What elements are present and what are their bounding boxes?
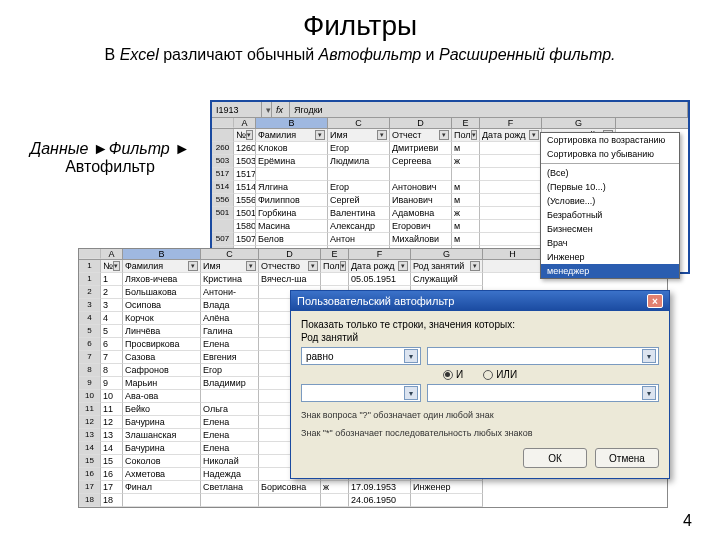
- cell[interactable]: [259, 494, 321, 507]
- col-header[interactable]: F: [349, 249, 411, 259]
- filter-header-cell[interactable]: Пол▾: [321, 260, 349, 273]
- cell[interactable]: Дмитриеви: [390, 142, 452, 155]
- filter-dropdown-icon[interactable]: ▾: [398, 261, 408, 271]
- col-header[interactable]: C: [328, 118, 390, 128]
- filter-dropdown-icon[interactable]: ▾: [439, 130, 449, 140]
- filter-header-cell[interactable]: Род занятий▾: [411, 260, 483, 273]
- filter-dropdown-icon[interactable]: ▾: [471, 130, 477, 140]
- fx-button[interactable]: fx: [272, 102, 290, 117]
- row-header[interactable]: 556: [212, 194, 234, 207]
- cell[interactable]: Иванович: [390, 194, 452, 207]
- cell[interactable]: Елена: [201, 442, 259, 455]
- cell[interactable]: 1507: [234, 233, 256, 246]
- cell[interactable]: 18: [101, 494, 123, 507]
- row-header[interactable]: 2: [79, 286, 101, 299]
- ok-button[interactable]: ОК: [523, 448, 587, 468]
- row-header[interactable]: 517: [212, 168, 234, 181]
- cell[interactable]: 1: [101, 273, 123, 286]
- row-header[interactable]: 17: [79, 481, 101, 494]
- cell[interactable]: [480, 207, 542, 220]
- chevron-down-icon[interactable]: ▾: [404, 386, 418, 400]
- filter-dropdown-icon[interactable]: ▾: [340, 261, 346, 271]
- cell[interactable]: Осипова: [123, 299, 201, 312]
- cell[interactable]: Ольга: [201, 403, 259, 416]
- chevron-down-icon[interactable]: ▾: [642, 386, 656, 400]
- row-header[interactable]: 501: [212, 207, 234, 220]
- menu-item[interactable]: Инженер: [541, 250, 679, 264]
- cell[interactable]: 1501: [234, 207, 256, 220]
- filter-dropdown-icon[interactable]: ▾: [246, 261, 256, 271]
- filter-dropdown-icon[interactable]: ▾: [529, 130, 539, 140]
- cell[interactable]: ж: [321, 481, 349, 494]
- filter-dropdown-icon[interactable]: ▾: [377, 130, 387, 140]
- row-header[interactable]: 507: [212, 233, 234, 246]
- col-header[interactable]: G: [411, 249, 483, 259]
- cell[interactable]: Валентина: [328, 207, 390, 220]
- cell[interactable]: м: [452, 194, 480, 207]
- cell[interactable]: Бачурина: [123, 416, 201, 429]
- col-header[interactable]: A: [234, 118, 256, 128]
- col-header[interactable]: D: [259, 249, 321, 259]
- cell[interactable]: 3: [101, 299, 123, 312]
- cell[interactable]: Елена: [201, 429, 259, 442]
- cell[interactable]: [452, 168, 480, 181]
- cell[interactable]: Борисовна: [259, 481, 321, 494]
- cell[interactable]: 6: [101, 338, 123, 351]
- row-header[interactable]: 3: [79, 299, 101, 312]
- cell[interactable]: м: [452, 220, 480, 233]
- cell[interactable]: Ахметова: [123, 468, 201, 481]
- cell[interactable]: Ялгина: [256, 181, 328, 194]
- row-header[interactable]: 16: [79, 468, 101, 481]
- cell[interactable]: Злашанская: [123, 429, 201, 442]
- name-box[interactable]: I1913: [212, 102, 262, 117]
- cell[interactable]: Владимир: [201, 377, 259, 390]
- cell[interactable]: Бачурина: [123, 442, 201, 455]
- col-header[interactable]: D: [390, 118, 452, 128]
- condition1-operator[interactable]: равно▾: [301, 347, 421, 365]
- row-header[interactable]: 11: [79, 403, 101, 416]
- col-header[interactable]: B: [256, 118, 328, 128]
- cell[interactable]: Соколов: [123, 455, 201, 468]
- filter-header-cell[interactable]: Пол▾: [452, 129, 480, 142]
- cell[interactable]: Елена: [201, 416, 259, 429]
- filter-header-cell[interactable]: Дата рожд▾: [349, 260, 411, 273]
- cell[interactable]: [480, 155, 542, 168]
- cell[interactable]: 7: [101, 351, 123, 364]
- cell[interactable]: 05.05.1951: [349, 273, 411, 286]
- row-header[interactable]: 18: [79, 494, 101, 507]
- cell[interactable]: Антони-: [201, 286, 259, 299]
- cell[interactable]: Финал: [123, 481, 201, 494]
- cell[interactable]: [321, 273, 349, 286]
- radio-or[interactable]: ИЛИ: [483, 369, 517, 380]
- row-header[interactable]: 1: [79, 273, 101, 286]
- filter-header-cell[interactable]: Отчест▾: [390, 129, 452, 142]
- row-header[interactable]: 14: [79, 442, 101, 455]
- cell[interactable]: Масина: [256, 220, 328, 233]
- cell[interactable]: 9: [101, 377, 123, 390]
- cell[interactable]: Адамовна: [390, 207, 452, 220]
- col-header[interactable]: B: [123, 249, 201, 259]
- filter-header-cell[interactable]: [483, 260, 543, 273]
- cell[interactable]: 13: [101, 429, 123, 442]
- row-header[interactable]: [212, 220, 234, 233]
- cell[interactable]: [480, 233, 542, 246]
- row-header[interactable]: 514: [212, 181, 234, 194]
- menu-item[interactable]: Врач: [541, 236, 679, 250]
- cell[interactable]: 1556: [234, 194, 256, 207]
- cell[interactable]: м: [452, 142, 480, 155]
- cell[interactable]: [411, 494, 483, 507]
- condition1-value[interactable]: ▾: [427, 347, 659, 365]
- col-header[interactable]: E: [321, 249, 349, 259]
- menu-all[interactable]: (Все): [541, 166, 679, 180]
- filter-header-cell[interactable]: Отчество▾: [259, 260, 321, 273]
- row-header[interactable]: 13: [79, 429, 101, 442]
- cell[interactable]: Егор: [201, 364, 259, 377]
- cell[interactable]: 17: [101, 481, 123, 494]
- cell[interactable]: 1580: [234, 220, 256, 233]
- cell[interactable]: 14: [101, 442, 123, 455]
- filter-dropdown-icon[interactable]: ▾: [470, 261, 480, 271]
- row-header[interactable]: 5: [79, 325, 101, 338]
- formula-input[interactable]: Ягодки: [290, 102, 688, 117]
- filter-dropdown-icon[interactable]: ▾: [113, 261, 120, 271]
- cell[interactable]: 1514: [234, 181, 256, 194]
